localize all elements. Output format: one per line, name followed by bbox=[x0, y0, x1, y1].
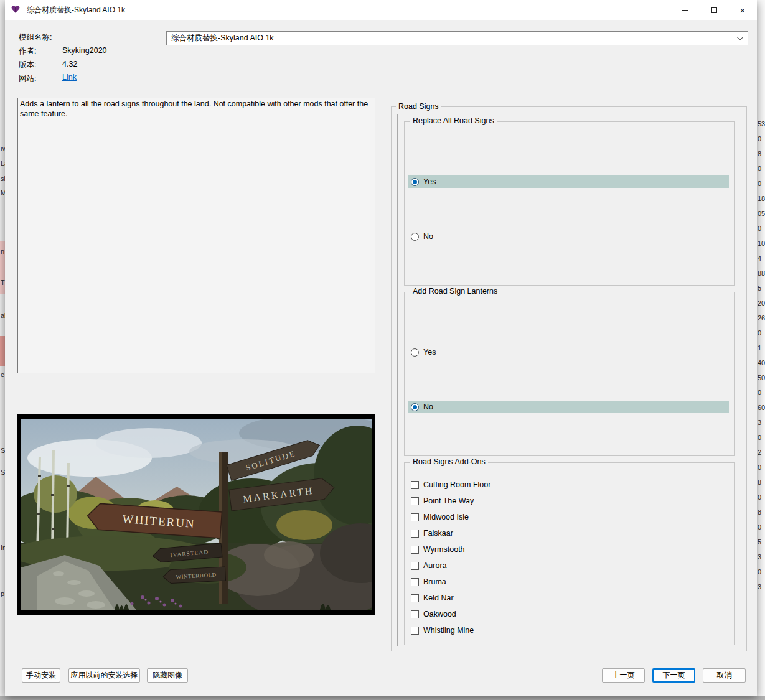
description-box: Adds a lantern to all the road signs thr… bbox=[17, 98, 375, 373]
next-page-button[interactable]: 下一页 bbox=[652, 668, 695, 683]
option-label: Aurora bbox=[423, 561, 447, 570]
background-text-fragment: 2 bbox=[758, 449, 761, 456]
mod-name-combobox[interactable]: 综合材质替换-Skyland AIO 1k bbox=[166, 31, 748, 45]
title-bar: 综合材质替换-Skyland AIO 1k × bbox=[5, 0, 757, 20]
checkbox-falskaar[interactable]: Falskaar bbox=[408, 527, 729, 539]
background-text-fragment: 0 bbox=[758, 135, 761, 142]
checkbox-wyrmstooth[interactable]: Wyrmstooth bbox=[408, 543, 729, 556]
cancel-button[interactable]: 取消 bbox=[703, 668, 746, 683]
group-replace-all-road-signs: Replace All Road Signs Yes No bbox=[404, 121, 735, 286]
checkbox-icon bbox=[411, 578, 419, 586]
mod-preview-image[interactable]: SOLITUDE MARKARTH WHITERUN IVARSTEAD WIN… bbox=[17, 414, 375, 615]
background-text-fragment: 0 bbox=[758, 464, 761, 471]
road-signs-panel: Road Signs Replace All Road Signs Yes No… bbox=[391, 106, 747, 651]
background-text-fragment: 0 bbox=[758, 493, 761, 501]
radio-option-replace-no[interactable]: No bbox=[408, 230, 729, 243]
background-text-fragment: M bbox=[1, 189, 5, 197]
background-text-fragment: 8 bbox=[758, 150, 761, 157]
close-icon: × bbox=[740, 6, 746, 15]
checkbox-icon bbox=[411, 594, 419, 602]
mod-name-label: 模组名称: bbox=[19, 32, 52, 43]
option-label: No bbox=[423, 403, 433, 411]
group-title: Replace All Road Signs bbox=[410, 116, 497, 125]
minimize-button[interactable] bbox=[671, 0, 700, 20]
close-button[interactable]: × bbox=[728, 0, 757, 20]
background-text-fragment: 0 bbox=[758, 523, 761, 531]
edge-right: 5308001805010488520260140500603020808053… bbox=[757, 0, 765, 700]
checkbox-icon bbox=[411, 481, 419, 489]
screen: ivLaslMnTaieSSInp 5308001805010488520260… bbox=[0, 0, 765, 700]
option-label: Yes bbox=[423, 177, 436, 186]
option-label: Point The Way bbox=[423, 497, 474, 505]
version-label: 版本: bbox=[19, 60, 36, 70]
group-add-road-sign-lanterns: Add Road Sign Lanterns Yes No bbox=[404, 292, 735, 456]
checkbox-whistling-mine[interactable]: Whistling Mine bbox=[408, 624, 729, 637]
background-text-fragment: 60 bbox=[758, 404, 765, 411]
checkbox-icon bbox=[411, 627, 419, 635]
road-signs-scene: SOLITUDE MARKARTH WHITERUN IVARSTEAD WIN… bbox=[21, 419, 372, 610]
radio-option-replace-yes[interactable]: Yes bbox=[408, 175, 729, 188]
option-label: No bbox=[423, 232, 433, 241]
option-label: Midwood Isle bbox=[423, 513, 469, 521]
option-label: Oakwood bbox=[423, 610, 456, 618]
checkbox-icon bbox=[411, 610, 419, 618]
background-highlight-row bbox=[0, 336, 5, 366]
panel-title: Road Signs bbox=[396, 102, 441, 111]
background-text-fragment: T bbox=[1, 279, 5, 286]
option-label: Whistling Mine bbox=[423, 626, 474, 635]
group-title: Add Road Sign Lanterns bbox=[410, 287, 500, 296]
checkbox-aurora[interactable]: Aurora bbox=[408, 559, 729, 572]
background-text-fragment: sl bbox=[1, 175, 5, 182]
background-window-edge bbox=[0, 696, 765, 700]
radio-option-lanterns-no[interactable]: No bbox=[408, 401, 729, 413]
checkbox-bruma[interactable]: Bruma bbox=[408, 576, 729, 588]
checkbox-icon bbox=[411, 530, 419, 538]
website-link[interactable]: Link bbox=[62, 73, 77, 82]
maximize-button[interactable] bbox=[700, 0, 728, 20]
author-value: Skyking2020 bbox=[62, 46, 107, 55]
manual-install-button[interactable]: 手动安装 bbox=[22, 668, 60, 683]
edge-left: ivLaslMnTaieSSInp bbox=[0, 0, 5, 700]
background-text-fragment: 0 bbox=[758, 329, 761, 337]
version-value: 4.32 bbox=[62, 60, 77, 68]
hide-image-button[interactable]: 隐藏图像 bbox=[147, 668, 188, 683]
background-text-fragment: 8 bbox=[758, 478, 761, 486]
group-title: Road Signs Add-Ons bbox=[410, 457, 488, 466]
option-label: Keld Nar bbox=[423, 594, 454, 602]
author-label: 作者: bbox=[19, 46, 36, 57]
background-text-fragment: 8 bbox=[758, 508, 761, 516]
window-controls: × bbox=[671, 0, 757, 20]
checkbox-point-the-way[interactable]: Point The Way bbox=[408, 495, 729, 507]
background-text-fragment: 26 bbox=[758, 314, 765, 322]
radio-icon bbox=[411, 178, 419, 186]
checkbox-midwood-isle[interactable]: Midwood Isle bbox=[408, 511, 729, 523]
window-title: 综合材质替换-Skyland AIO 1k bbox=[27, 5, 125, 16]
background-text-fragment: 5 bbox=[758, 538, 761, 546]
checkbox-oakwood[interactable]: Oakwood bbox=[408, 608, 729, 620]
checkbox-icon bbox=[411, 562, 419, 570]
background-text-fragment: n bbox=[1, 248, 4, 255]
checkbox-keld-nar[interactable]: Keld Nar bbox=[408, 592, 729, 604]
background-text-fragment: 50 bbox=[758, 374, 765, 381]
radio-option-lanterns-yes[interactable]: Yes bbox=[408, 346, 729, 358]
checkbox-cutting-room-floor[interactable]: Cutting Room Floor bbox=[408, 478, 729, 491]
background-text-fragment: 05 bbox=[758, 210, 765, 217]
background-text-fragment: p bbox=[1, 590, 4, 597]
checkbox-icon bbox=[411, 546, 419, 554]
background-text-fragment: 53 bbox=[758, 120, 765, 128]
background-text-fragment: 0 bbox=[758, 389, 761, 396]
background-text-fragment: 20 bbox=[758, 299, 765, 307]
background-text-fragment: In bbox=[1, 544, 5, 551]
apply-previous-choices-button[interactable]: 应用以前的安装选择 bbox=[68, 668, 140, 683]
prev-page-button[interactable]: 上一页 bbox=[602, 668, 645, 683]
background-text-fragment: e bbox=[1, 371, 4, 378]
combobox-value: 综合材质替换-Skyland AIO 1k bbox=[171, 33, 274, 44]
background-text-fragment: La bbox=[1, 159, 5, 167]
background-text-fragment: 5 bbox=[758, 284, 761, 292]
option-label: Bruma bbox=[423, 577, 446, 586]
background-text-fragment: 88 bbox=[758, 269, 765, 277]
option-label: Yes bbox=[423, 348, 436, 357]
website-label: 网站: bbox=[19, 73, 36, 84]
background-text-fragment: 0 bbox=[758, 165, 761, 172]
background-text-fragment: 0 bbox=[758, 434, 761, 441]
